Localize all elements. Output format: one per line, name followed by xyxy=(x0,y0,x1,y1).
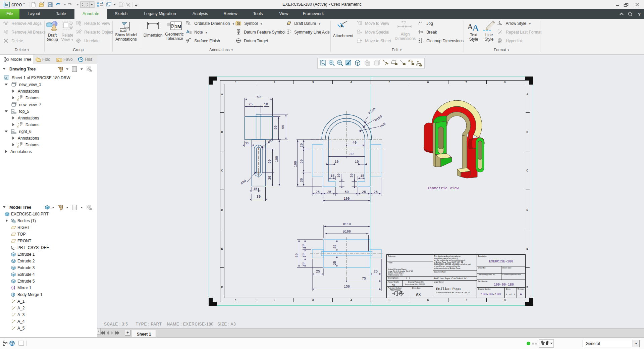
svg-text:A: A xyxy=(238,40,239,42)
svg-text:Description:: Description: xyxy=(478,255,487,257)
svg-text:Accordance With: BS8888: Accordance With: BS8888 xyxy=(405,283,425,285)
svg-text:50: 50 xyxy=(268,159,272,163)
svg-text:4: 4 xyxy=(350,81,352,84)
svg-text:top_5: top_5 xyxy=(19,109,29,114)
svg-text:written permission of Emilian: written permission of Emilian Popa . xyxy=(434,267,461,269)
svg-text:100-00-180: 100-00-180 xyxy=(481,293,501,296)
svg-text:3: 3 xyxy=(312,81,314,84)
svg-text:Part Number:: Part Number: xyxy=(478,280,488,282)
svg-text:Emilian Popa Confidential: Emilian Popa Confidential xyxy=(434,277,468,280)
svg-text:ø10: ø10 xyxy=(267,138,274,144)
svg-text:4: 4 xyxy=(350,299,352,302)
svg-text:15: 15 xyxy=(360,174,364,178)
svg-text:ø110: ø110 xyxy=(368,107,376,115)
svg-text:5: 5 xyxy=(388,299,390,302)
svg-text:50: 50 xyxy=(274,126,278,130)
svg-text:A: A xyxy=(238,30,239,32)
svg-text:D: D xyxy=(221,208,223,212)
svg-text:Emilian Popa: Emilian Popa xyxy=(436,287,461,291)
svg-text:15: 15 xyxy=(245,142,249,145)
svg-text:20: 20 xyxy=(300,143,304,147)
svg-text:3: 3 xyxy=(312,299,314,302)
svg-text:80: 80 xyxy=(350,152,354,156)
svg-text:20: 20 xyxy=(302,244,305,248)
svg-text:100: 100 xyxy=(275,156,279,162)
svg-text:Body Merge 1: Body Merge 1 xyxy=(17,292,43,297)
svg-text:TOP: TOP xyxy=(17,232,25,237)
svg-text:25: 25 xyxy=(362,190,366,194)
svg-text:15: 15 xyxy=(253,187,257,191)
svg-text:Drawn By:: Drawn By: xyxy=(478,267,486,269)
svg-text:new_view_1: new_view_1 xyxy=(19,82,41,87)
svg-text:Approx Weight,: Approx Weight, xyxy=(388,281,399,283)
svg-text:D: D xyxy=(526,208,528,212)
svg-text:Sheet Size:: Sheet Size: xyxy=(412,287,421,289)
svg-text:Sheet 1 of EXERCISE-180.DRW: Sheet 1 of EXERCISE-180.DRW xyxy=(12,76,70,80)
svg-text:1: 1 xyxy=(235,81,236,84)
svg-text:100-00-180: 100-00-180 xyxy=(494,283,514,287)
svg-text:ø80: ø80 xyxy=(379,122,386,128)
svg-text:Extrude 4: Extrude 4 xyxy=(17,272,35,277)
svg-text:ø100: ø100 xyxy=(343,230,351,234)
svg-text:new_view_7: new_view_7 xyxy=(19,102,41,107)
svg-text:A: A xyxy=(520,293,522,296)
svg-text:creo: creo xyxy=(11,2,22,7)
svg-text:Sheet:: Sheet: xyxy=(506,288,511,290)
svg-text:50: 50 xyxy=(300,159,304,163)
svg-text:A_5: A_5 xyxy=(17,326,25,331)
svg-text:FRONT: FRONT xyxy=(17,239,32,243)
svg-text:Drawing Number.: Drawing Number. xyxy=(478,288,491,290)
svg-text:8: 8 xyxy=(504,81,505,84)
svg-text:Checked/Approved By:: Checked/Approved By: xyxy=(478,273,495,276)
svg-text:7: 7 xyxy=(465,299,467,302)
svg-text:7: 7 xyxy=(465,81,467,84)
svg-text:Reference:: Reference: xyxy=(388,255,396,257)
svg-text:Datums: Datums xyxy=(25,122,39,127)
svg-text:E: E xyxy=(221,247,223,251)
svg-text:100: 100 xyxy=(343,197,350,201)
svg-text:Drawing Produced In: Drawing Produced In xyxy=(408,281,424,283)
svg-text:Drawing Scale:: Drawing Scale: xyxy=(388,277,399,279)
svg-text:Isometric View: Isometric View xyxy=(427,186,459,190)
svg-text:FIRST ANGLE: FIRST ANGLE xyxy=(390,289,401,291)
svg-text:Extrude 2: Extrude 2 xyxy=(17,259,35,263)
svg-text:25: 25 xyxy=(374,190,378,194)
svg-text:A_2: A_2 xyxy=(17,306,25,310)
svg-text:Model Tree: Model Tree xyxy=(9,205,31,210)
svg-text:150: 150 xyxy=(344,285,350,289)
svg-text:25: 25 xyxy=(327,190,331,194)
svg-text:30: 30 xyxy=(257,195,261,199)
svg-text:right_6: right_6 xyxy=(19,129,32,134)
svg-text:25: 25 xyxy=(333,245,337,249)
svg-text:6: 6 xyxy=(427,299,429,302)
svg-text:2: 2 xyxy=(273,299,275,302)
svg-text:Checked/Approved Date..: Checked/Approved Date.. xyxy=(502,273,522,276)
svg-text:Annotations: Annotations xyxy=(18,89,39,94)
svg-text:Annotations: Annotations xyxy=(18,136,39,141)
svg-text:Kg: Kg xyxy=(392,284,395,286)
svg-text:ø100: ø100 xyxy=(374,115,383,122)
svg-text:Mirror 1: Mirror 1 xyxy=(17,286,32,290)
svg-text:A: A xyxy=(472,22,479,32)
svg-text:A_1: A_1 xyxy=(17,299,25,304)
svg-text:30: 30 xyxy=(268,176,272,180)
svg-text:10: 10 xyxy=(337,173,341,178)
svg-text:C: C xyxy=(526,169,528,172)
svg-text:EXERCISE-180: EXERCISE-180 xyxy=(489,260,513,263)
svg-text:?: ? xyxy=(638,12,641,17)
svg-text:RIGHT: RIGHT xyxy=(17,225,30,230)
svg-text:ø110: ø110 xyxy=(343,222,351,226)
svg-text:F: F xyxy=(221,286,223,289)
svg-text:ø20: ø20 xyxy=(240,179,247,185)
svg-text:B: B xyxy=(526,131,528,134)
svg-text:Annotations: Annotations xyxy=(18,116,39,120)
svg-text:A_4: A_4 xyxy=(17,319,25,324)
svg-text:Legal Owner:: Legal Owner: xyxy=(434,281,444,283)
svg-text:8: 8 xyxy=(504,299,505,302)
svg-text:60: 60 xyxy=(295,253,299,257)
svg-text:All Dimensions: mm: All Dimensions: mm xyxy=(388,274,402,276)
svg-text:A: A xyxy=(221,93,223,96)
svg-text:1:1: 1:1 xyxy=(406,277,410,280)
svg-text:10: 10 xyxy=(350,173,354,178)
svg-text:C: C xyxy=(221,169,223,172)
